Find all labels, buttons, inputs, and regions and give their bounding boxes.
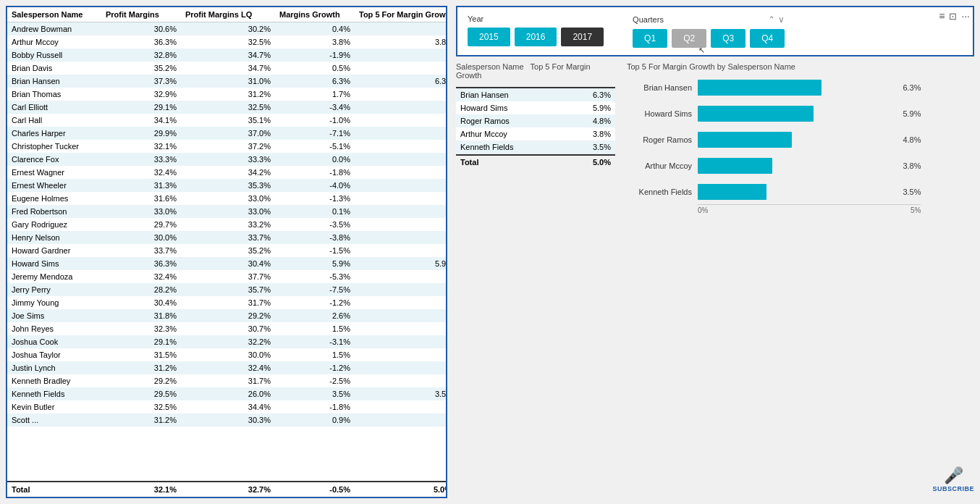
cell-name: Justin Lynch [7, 361, 101, 374]
year-btn-2017[interactable]: 2017 [561, 28, 604, 46]
cell-top5 [355, 335, 446, 348]
bar-label: Arthur Mccoy [627, 161, 692, 170]
cell-pm: 30.6% [101, 22, 181, 36]
cell-top5 [355, 400, 446, 413]
small-cell-name: Howard Sims [456, 101, 567, 114]
cell-top5 [355, 413, 446, 427]
cell-top5 [355, 192, 446, 205]
year-buttons: 2015 2016 2017 [468, 28, 604, 46]
chart-title: Top 5 For Margin Growth by Salesperson N… [627, 62, 921, 71]
cell-mg: 0.9% [275, 413, 355, 427]
table-row: Charles Harper 29.9% 37.0% -7.1% [7, 127, 446, 140]
cell-name: Ernest Wheeler [7, 179, 101, 192]
cell-pm: 32.4% [101, 270, 181, 283]
left-panel: Salesperson Name Profit Margins Profit M… [6, 6, 447, 498]
axis-label-5: 5% [911, 206, 921, 214]
small-total-label: Total [456, 155, 536, 169]
col-header-pm: Profit Margins [101, 7, 181, 22]
bar-track [698, 106, 894, 122]
table-row: Brian Davis 35.2% 34.7% 0.5% [7, 62, 446, 75]
table-row: Brian Hansen 37.3% 31.0% 6.3% 6.3% [7, 75, 446, 88]
cell-pm: 29.1% [101, 335, 181, 348]
quarter-btn-q2[interactable]: Q2 ↖ [672, 29, 706, 48]
table-row: Jerry Perry 28.2% 35.7% -7.5% [7, 283, 446, 296]
bar-label: Brian Hansen [627, 83, 692, 92]
table-row: Joshua Taylor 31.5% 30.0% 1.5% [7, 348, 446, 361]
subscribe-text: SUBSCRIBE [932, 485, 974, 492]
cell-name: Kevin Butler [7, 400, 101, 413]
cell-top5 [355, 296, 446, 309]
quarter-btn-q3[interactable]: Q3 [711, 29, 745, 48]
bar-label: Roger Ramos [627, 135, 692, 144]
bar-fill [698, 80, 821, 96]
year-filter-section: Year 2015 2016 2017 [468, 14, 604, 46]
cell-name: Gary Rodriguez [7, 218, 101, 231]
cell-top5 [355, 127, 446, 140]
cell-pm: 31.2% [101, 361, 181, 374]
col-header-top5: Top 5 For Margin Growth [355, 7, 446, 22]
table-row: Clarence Fox 33.3% 33.3% 0.0% [7, 153, 446, 166]
cell-mg: -1.9% [275, 49, 355, 62]
year-btn-2015[interactable]: 2015 [468, 28, 510, 46]
cell-mg: -5.3% [275, 270, 355, 283]
cell-top5 [355, 179, 446, 192]
table-row: Arthur Mccoy 36.3% 32.5% 3.8% 3.8% [7, 35, 446, 49]
cell-mg: 6.3% [275, 75, 355, 88]
table-row: Gary Rodriguez 29.7% 33.2% -3.5% [7, 218, 446, 231]
cell-pmlq: 31.7% [181, 374, 275, 387]
cell-top5 [355, 309, 446, 322]
cell-name: Charles Harper [7, 127, 101, 140]
cell-top5 [355, 270, 446, 283]
bar-value: 5.9% [903, 109, 921, 118]
cell-pm: 32.5% [101, 400, 181, 413]
cell-top5 [355, 114, 446, 127]
bar-track [698, 158, 894, 174]
cell-pm: 31.8% [101, 309, 181, 322]
bar-row: Roger Ramos 4.8% [627, 132, 921, 148]
bar-fill [698, 106, 814, 122]
table-row: Ernest Wagner 32.4% 34.2% -1.8% [7, 166, 446, 179]
cell-pmlq: 35.2% [181, 244, 275, 257]
cell-pmlq: 30.4% [181, 257, 275, 270]
cell-top5 [355, 231, 446, 244]
cell-name: Joe Sims [7, 309, 101, 322]
cell-mg: 0.1% [275, 205, 355, 218]
cell-mg: -5.1% [275, 140, 355, 153]
cell-pmlq: 32.2% [181, 335, 275, 348]
cell-pmlq: 34.7% [181, 62, 275, 75]
quarter-btn-q4[interactable]: Q4 [750, 29, 785, 48]
cell-mg: -1.8% [275, 166, 355, 179]
quarter-btn-q1[interactable]: Q1 [633, 29, 667, 48]
cell-pmlq: 37.0% [181, 127, 275, 140]
bar-value: 6.3% [903, 83, 921, 92]
cell-top5: 5.9% [355, 257, 446, 270]
up-icon: ⌃ [768, 14, 775, 25]
cell-pmlq: 35.3% [181, 179, 275, 192]
cell-top5 [355, 348, 446, 361]
filter-box: ≡ ⊡ ··· Year 2015 2016 2017 Quarters ⌃ ∨… [456, 6, 974, 56]
cell-pmlq: 31.7% [181, 296, 275, 309]
cell-name: Brian Thomas [7, 88, 101, 101]
table-row: Kevin Butler 32.5% 34.4% -1.8% [7, 400, 446, 413]
table-row: Kenneth Fields 29.5% 26.0% 3.5% 3.5% [7, 387, 446, 400]
table-row: Ernest Wheeler 31.3% 35.3% -4.0% [7, 179, 446, 192]
bar-track [698, 132, 894, 148]
small-cell-value: 5.9% [567, 101, 615, 114]
axis-labels: 0% 5% [698, 206, 921, 214]
cell-pmlq: 31.2% [181, 88, 275, 101]
main-table-container[interactable]: Salesperson Name Profit Margins Profit M… [7, 7, 446, 481]
cell-mg: -3.5% [275, 218, 355, 231]
table-row: Carl Elliott 29.1% 32.5% -3.4% [7, 101, 446, 114]
table-row: Andrew Bowman 30.6% 30.2% 0.4% [7, 22, 446, 36]
total-label: Total [7, 482, 101, 497]
small-table-panel: Salesperson Name Top 5 For Margin Growth… [456, 62, 615, 498]
cell-top5 [355, 62, 446, 75]
cell-top5 [355, 361, 446, 374]
cell-pmlq: 33.3% [181, 153, 275, 166]
year-btn-2016[interactable]: 2016 [515, 28, 557, 46]
table-row: John Reyes 32.3% 30.7% 1.5% [7, 322, 446, 335]
cell-pmlq: 30.7% [181, 322, 275, 335]
total-mg: -0.5% [275, 482, 355, 497]
small-cell-name: Brian Hansen [456, 88, 567, 101]
small-cell-name: Roger Ramos [456, 114, 567, 127]
